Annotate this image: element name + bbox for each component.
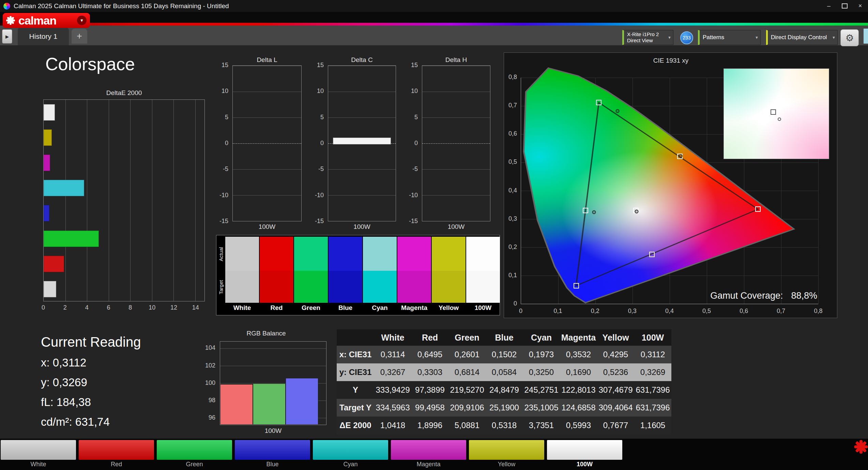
calman-asterisk-icon [854,440,868,454]
delta-l-title: Delta L [232,56,302,64]
delta-l-ytick: -15 [219,218,228,225]
side-panel-handle[interactable] [864,29,868,44]
instrument-badge[interactable]: 233 [680,31,693,44]
deltae-xtick: 4 [85,304,89,311]
table-cell: 0,1973 [523,346,560,363]
cie-xtick: 0 [519,308,522,315]
deltae-xtick: 10 [149,304,155,311]
calman-star-icon [6,16,15,25]
delta-l-ytick: 0 [225,140,228,147]
pattern-button-red[interactable]: Red [79,440,154,468]
chevron-down-icon: ▼ [755,35,759,40]
deltae-bar-green [44,231,99,247]
cie-xtick: 0,7 [777,308,785,315]
cie-xtick: 0,6 [740,308,748,315]
pattern-swatch [313,440,388,460]
delta-c-ytick: -5 [318,166,324,173]
delta-l-ytick: -5 [223,166,228,173]
delta-l-xlabel: 100W [232,223,302,231]
deltae-gridline [87,100,87,301]
table-cell: 0,6814 [448,363,486,381]
table-cell: 0,3269 [634,363,671,381]
delta-c-gridline [328,92,396,92]
calman-menu-arrow-icon: ▼ [77,16,87,25]
deltae-xtick: 8 [128,304,132,311]
close-button[interactable]: × [852,0,868,12]
swatch-actual [363,237,397,271]
patterns-dropdown[interactable]: Patterns ▼ [698,30,761,45]
pattern-swatch [547,440,622,460]
maximize-button[interactable] [837,0,852,12]
table-cell: 25,1900 [486,399,523,417]
table-cell: 235,1005 [523,399,560,417]
cie-xtick: 0,4 [665,308,674,315]
pattern-button-blue[interactable]: Blue [235,440,310,468]
pattern-button-green[interactable]: Green [157,440,232,468]
display-control-dropdown[interactable]: Direct Display Control ▼ [766,30,838,45]
swatch-target [397,271,431,303]
colorspace-table: WhiteRedGreenBlueCyanMagentaYellow100Wx:… [337,329,671,434]
delta-h-ytick: -10 [409,192,418,199]
layout-nav-button[interactable]: ▶ [2,29,12,44]
pattern-button-100w[interactable]: 100W [547,440,622,468]
swatch-target [466,271,500,303]
table-cell: 0,4295 [597,346,634,363]
table-cell: 631,7396 [634,399,671,417]
swatch-label: Red [260,303,293,313]
table-cell: 334,5963 [374,399,411,417]
deltae-xtick: 14 [192,304,199,311]
rgb-xlabel: 100W [220,427,326,435]
deltae-bar-white [44,104,55,121]
deltae-bar-cyan [44,180,84,196]
table-cell: 1,1605 [634,417,671,434]
minimize-button[interactable]: – [821,0,837,12]
pattern-button-yellow[interactable]: Yellow [469,440,544,468]
pattern-button-cyan[interactable]: Cyan [313,440,388,468]
delta-c-gridline [328,118,396,118]
delta-h-gridline [422,195,490,195]
meter-dropdown[interactable]: X-Rite i1Pro 2 Direct View ▼ [622,30,673,45]
swatch-actual [294,237,328,271]
deltae-bar-yellow [44,129,52,146]
cie-xtick: 0,2 [591,308,599,315]
tab-history-1[interactable]: History 1 [18,27,69,45]
delta-c-ytick: 0 [320,140,324,147]
calman-menu-button[interactable]: calman ▼ [3,13,90,28]
gamut-coverage-value: 88,8% [791,291,817,301]
app-icon [3,3,10,10]
table-header: Blue [486,329,523,346]
restore-icon [842,3,848,9]
table-header: White [374,329,411,346]
delta-c-bar [333,138,391,144]
cie-ytick: 0,2 [508,244,517,251]
cie-ytick: 0,8 [508,74,517,81]
pattern-swatch [157,440,232,460]
settings-gear-button[interactable]: ⚙ [840,29,859,46]
delta-c-ytick: 5 [320,114,324,121]
rgb-bar-blue [286,378,318,425]
pattern-button-magenta[interactable]: Magenta [391,440,466,468]
pattern-button-white[interactable]: White [1,440,76,468]
swatch-column-red: Red [260,237,293,313]
swatch-target [363,271,397,303]
gamut-coverage: Gamut Coverage: 88,8% [710,291,817,301]
delta-h-gridline [422,169,490,170]
table-cell: 0,5993 [560,417,597,434]
rgb-ytick: 98 [209,397,215,404]
cie-ytick: 0,4 [508,187,517,194]
table-cell: 0,3114 [374,346,411,363]
table-cell: 0,6495 [411,346,448,363]
current-reading-value: y: 0,3269 [41,376,110,396]
table-cell: 24,8479 [486,381,523,399]
delta-h-yticks: 151050-5-10-15 [403,65,420,221]
rgb-bar-red [220,384,253,425]
table-cell: 631,7396 [634,381,671,399]
add-tab-button[interactable]: + [72,29,87,44]
deltae-chart-title: DeltaE 2000 [43,89,205,97]
swatch-label: White [225,303,259,313]
gamut-coverage-label: Gamut Coverage: [710,291,783,301]
delta-h-title: Delta H [422,56,490,64]
delta-l-gridline [233,169,301,170]
delta-h-gridline [422,66,490,66]
delta-h-xlabel: 100W [422,223,490,231]
